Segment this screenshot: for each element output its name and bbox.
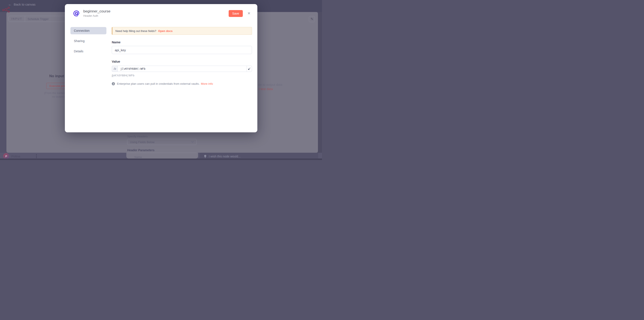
expand-expression-button[interactable] — [247, 66, 252, 72]
app-stage: ← Back to canvas n8n INPUT Schedule Trig… — [0, 0, 322, 160]
credential-modal-header: @ beginner_course Header Auth Save ✕ — [65, 4, 257, 23]
n8n-logo[interactable]: n8n — [2, 6, 19, 13]
header-parameters-label: Header Parameters — [127, 148, 154, 152]
close-icon[interactable]: ✕ — [248, 11, 250, 16]
enterprise-info-row: i Enterprise plan users can pull in cred… — [112, 82, 252, 85]
back-to-canvas-label: Back to canvas — [14, 3, 36, 6]
more-info-link[interactable]: More info — [201, 82, 213, 85]
parameter-name-label: Name — [134, 155, 142, 159]
credential-modal-tabs: Connection Sharing Details — [70, 27, 106, 132]
save-button[interactable]: Save — [229, 10, 243, 17]
value-input[interactable] — [118, 67, 247, 70]
n8n-logo-icon — [2, 6, 12, 13]
header-parameters-divider — [127, 153, 196, 153]
value-field-label: Value — [112, 60, 252, 63]
expand-arrow-icon — [248, 67, 251, 70]
tab-sharing[interactable]: Sharing — [70, 37, 106, 45]
name-input[interactable] — [112, 46, 252, 54]
set-test-data-link[interactable]: t test data — [259, 87, 273, 91]
open-docs-link[interactable]: Open docs — [158, 29, 172, 33]
credential-title[interactable]: beginner_course — [83, 9, 110, 14]
bottom-strip — [0, 158, 322, 160]
input-label: INPUT — [9, 16, 25, 22]
credential-subtitle: Header Auth — [83, 14, 110, 17]
name-field-label: Name — [112, 40, 252, 44]
info-icon: i — [112, 82, 115, 85]
n8n-logo-text: n8n — [13, 8, 19, 12]
specify-headers-label: Specify Headers — [127, 135, 148, 138]
credential-modal: @ beginner_course Header Auth Save ✕ Con… — [65, 4, 257, 132]
docs-help-text: Need help filling out these fields? — [116, 29, 156, 33]
tab-details[interactable]: Details — [70, 48, 106, 55]
value-input-group: fx — [112, 66, 252, 72]
value-preview-text: j[vKYdY68H(:WFb — [112, 74, 252, 77]
chevron-down-icon — [191, 141, 194, 143]
lightbulb-icon — [204, 155, 206, 158]
back-to-canvas-link[interactable]: ← Back to canvas — [8, 3, 36, 6]
pencil-icon: ✎ — [311, 17, 314, 21]
output-hint-text: de to output data — [258, 83, 282, 86]
docs-help-banner: Need help filling out these fields? Open… — [112, 27, 252, 35]
back-arrow-icon: ← — [8, 3, 12, 6]
credential-type-icon: @ — [73, 10, 80, 16]
user-menu-kebab-icon[interactable] — [35, 153, 38, 159]
avatar: P — [3, 153, 9, 159]
canvas-right-strip — [318, 12, 322, 153]
tab-connection[interactable]: Connection — [70, 27, 106, 34]
user-menu[interactable]: P Polina — [3, 153, 20, 159]
expression-fx-icon[interactable]: fx — [112, 66, 118, 72]
user-name: Polina — [11, 154, 20, 158]
specify-headers-select[interactable]: Using Fields Below — [127, 139, 196, 145]
input-select-value: Schedule Trigger — [25, 17, 51, 21]
specify-headers-value: Using Fields Below — [130, 140, 154, 144]
enterprise-info-text: Enterprise plan users can pull in creden… — [117, 82, 200, 85]
edit-output-button[interactable]: ✎ — [309, 16, 315, 22]
node-feedback-placeholder: I wish this node would... — [209, 155, 241, 158]
